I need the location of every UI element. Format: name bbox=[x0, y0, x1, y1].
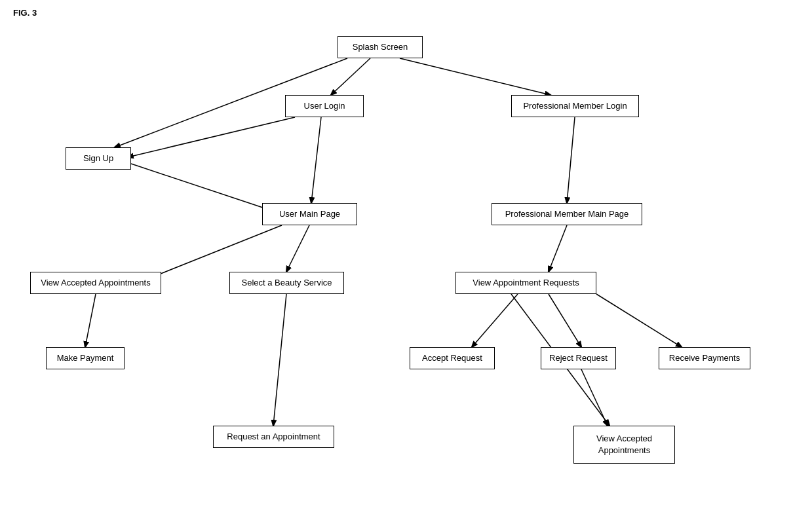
svg-line-3 bbox=[128, 117, 295, 157]
svg-line-6 bbox=[567, 117, 575, 203]
svg-line-13 bbox=[549, 294, 581, 347]
fig-label: FIG. 3 bbox=[13, 8, 37, 18]
svg-line-12 bbox=[472, 294, 518, 347]
svg-line-8 bbox=[286, 225, 309, 272]
make-payment-node: Make Payment bbox=[46, 347, 125, 369]
request-appointment-node: Request an Appointment bbox=[213, 426, 334, 448]
pro-member-main-page-node: Professional Member Main Page bbox=[492, 203, 642, 225]
svg-line-5 bbox=[131, 164, 269, 210]
receive-payments-node: Receive Payments bbox=[659, 347, 750, 369]
arrows-svg bbox=[0, 0, 812, 518]
user-login-node: User Login bbox=[285, 95, 364, 117]
svg-line-9 bbox=[549, 225, 567, 272]
svg-line-10 bbox=[85, 294, 96, 347]
diagram: FIG. 3 bbox=[0, 0, 812, 518]
svg-line-0 bbox=[331, 58, 370, 95]
user-main-page-node: User Main Page bbox=[262, 203, 357, 225]
svg-line-4 bbox=[311, 117, 321, 203]
reject-request-node: Reject Request bbox=[541, 347, 616, 369]
accept-request-node: Accept Request bbox=[410, 347, 495, 369]
view-accepted-appts-user-node: View Accepted Appointments bbox=[30, 272, 161, 294]
svg-line-1 bbox=[400, 58, 551, 95]
splash-screen-node: Splash Screen bbox=[338, 36, 423, 58]
view-appt-requests-node: View Appointment Requests bbox=[455, 272, 596, 294]
view-accepted-appts-pro-node: View AcceptedAppointments bbox=[573, 426, 675, 464]
select-beauty-service-node: Select a Beauty Service bbox=[229, 272, 344, 294]
sign-up-node: Sign Up bbox=[66, 147, 131, 170]
svg-line-16 bbox=[581, 369, 608, 426]
svg-line-14 bbox=[596, 294, 682, 347]
pro-member-login-node: Professional Member Login bbox=[511, 95, 639, 117]
svg-line-11 bbox=[273, 294, 286, 426]
